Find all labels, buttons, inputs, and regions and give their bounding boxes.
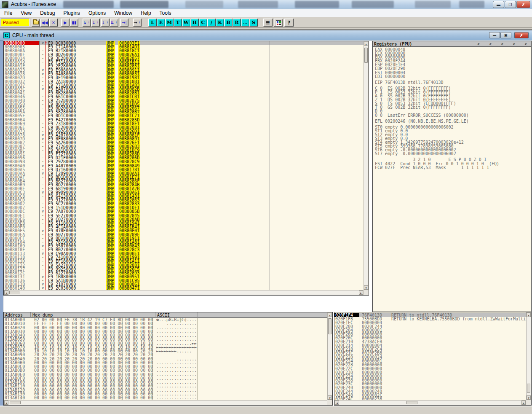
register-block: 3 2 1 0 E S P U O Z D IFST 4022 Cond 1 0… bbox=[375, 158, 499, 169]
register-line[interactable]: ST7 empty -0.0000000000000006002 bbox=[375, 152, 499, 156]
toolbar-letter-button-H[interactable]: H bbox=[190, 19, 199, 27]
appearance-button[interactable] bbox=[274, 19, 283, 27]
scroll-down-icon[interactable]: ▼ bbox=[364, 285, 368, 290]
stack-comment: RETURN to KERNELBA.75500BDD from ntdll.Z… bbox=[390, 317, 526, 321]
stack-address: 020F24C bbox=[334, 397, 359, 400]
dots-decoration: ⋮ bbox=[138, 21, 141, 24]
restart-button[interactable]: ◀◀ bbox=[40, 19, 49, 27]
scroll-thumb[interactable] bbox=[10, 401, 21, 404]
cpu-minimize-button[interactable]: ▬ bbox=[489, 32, 500, 38]
scroll-thumb[interactable] bbox=[328, 318, 331, 334]
scroll-thumb[interactable] bbox=[406, 401, 417, 404]
disasm-jump-marker: - bbox=[37, 102, 44, 106]
trace-into-button[interactable]: ⇓⋮ bbox=[101, 19, 110, 27]
disasm-jump-marker: - bbox=[37, 259, 44, 263]
toolbar-letter-button-M[interactable]: M bbox=[165, 19, 174, 27]
run-button[interactable]: ▶ bbox=[61, 19, 70, 27]
cpu-titlebar[interactable]: C CPU - main thread ▬ ▣ ✗ bbox=[0, 30, 532, 40]
scroll-left-icon[interactable]: ◀ bbox=[4, 401, 8, 405]
menu-item-plugins[interactable]: Plugins bbox=[59, 10, 84, 16]
scroll-left-icon[interactable]: ◀ bbox=[4, 290, 8, 295]
toolbar-letter-button-S[interactable]: S bbox=[249, 19, 258, 27]
disasm-jump-marker: v bbox=[37, 164, 44, 168]
scroll-up-icon[interactable]: ▲ bbox=[328, 313, 332, 317]
menu-item-debug[interactable]: Debug bbox=[36, 10, 59, 16]
register-block: EIP 76F4013D ntdll.76F4013D bbox=[375, 81, 499, 84]
disasm-vscrollbar[interactable]: ▲ ▼ bbox=[364, 41, 369, 290]
cpu-maximize-button[interactable]: ▣ bbox=[500, 32, 511, 38]
scroll-thumb[interactable] bbox=[9, 291, 19, 294]
menu-item-file[interactable]: File bbox=[0, 10, 16, 16]
minimize-button[interactable]: ▬ bbox=[493, 1, 504, 8]
windows-list-button[interactable]: ≡ bbox=[263, 19, 273, 27]
toolbar-letter-button-xxx[interactable]: ... bbox=[241, 19, 249, 27]
register-line[interactable]: EFL 00200246 (NO,NB,E,BE,NS,PE,GE,LE) bbox=[375, 119, 499, 123]
scroll-up-icon[interactable]: ▲ bbox=[527, 313, 531, 317]
toolbar-letter-button-E[interactable]: E bbox=[157, 19, 165, 27]
register-line[interactable]: T 0 GS 002B 32bit 0(FFFFFFFF) bbox=[375, 105, 499, 109]
until-return-button[interactable]: →| bbox=[120, 19, 128, 27]
disasm-jump-marker: v bbox=[37, 41, 44, 45]
cpu-close-button[interactable]: ✗ bbox=[514, 32, 529, 38]
cpu-window: C CPU - main thread ▬ ▣ ✗ 00B80000vE9 DC… bbox=[0, 30, 532, 406]
registers-collapse-chevrons[interactable]: <<<<< bbox=[477, 42, 527, 46]
menu-item-tools[interactable]: Tools bbox=[155, 10, 176, 16]
column-divider[interactable] bbox=[107, 41, 108, 290]
stack-row[interactable]: 020F24C00000238 bbox=[334, 397, 526, 400]
toolbar-letter-button-W[interactable]: W bbox=[182, 19, 190, 27]
menu-item-help[interactable]: Help bbox=[136, 10, 155, 16]
pause-button[interactable]: ▮▮ bbox=[70, 19, 78, 27]
register-line[interactable]: FCW 027F Prec NEAR,53 Mask 1 1 1 1 1 1 bbox=[375, 166, 499, 169]
close-button[interactable]: ✗ bbox=[516, 1, 530, 8]
menu-item-window[interactable]: Window bbox=[110, 10, 136, 16]
column-divider[interactable] bbox=[39, 41, 40, 290]
register-block: C 0 ES 002B 32bit 0(FFFFFFFF)P 1 CS 0023… bbox=[375, 86, 499, 117]
scroll-right-icon[interactable]: ▶ bbox=[521, 401, 526, 405]
resize-grip[interactable] bbox=[526, 400, 531, 405]
collapse-chevron-icon[interactable]: < bbox=[489, 42, 492, 46]
menu-item-options[interactable]: Options bbox=[84, 10, 110, 16]
menu-item-view[interactable]: View bbox=[16, 10, 36, 16]
disassembly-rows: 00B80000vE9 DC030000JMP00B803E100B80005-… bbox=[4, 41, 364, 290]
toolbar-letter-button-K[interactable]: K bbox=[216, 19, 224, 27]
step-into-button[interactable]: ↳⋮ bbox=[83, 19, 91, 27]
collapse-chevron-icon[interactable]: < bbox=[477, 42, 480, 46]
scroll-right-icon[interactable]: ▶ bbox=[359, 290, 363, 295]
open-file-button[interactable] bbox=[32, 19, 40, 27]
stack-hscrollbar[interactable]: ◀ ▶ bbox=[334, 400, 526, 405]
scroll-thumb[interactable] bbox=[527, 384, 530, 393]
register-line[interactable]: O 0 LastErr ERROR_SUCCESS (00000000) bbox=[375, 113, 499, 117]
dump-header-row: Address Hex dump ASCII bbox=[4, 312, 327, 318]
disasm-jump-marker: - bbox=[37, 206, 44, 210]
toolbar-letter-button-B[interactable]: B bbox=[224, 19, 233, 27]
restore-button[interactable]: ❐ bbox=[505, 1, 516, 8]
close-process-button[interactable]: × bbox=[49, 19, 58, 27]
register-line[interactable]: EDI 00000000 bbox=[375, 75, 499, 78]
toolbar-letter-button-T[interactable]: T bbox=[174, 19, 182, 27]
toolbar-letter-button-x[interactable]: / bbox=[207, 19, 216, 27]
disasm-jump-marker: - bbox=[37, 64, 44, 68]
disasm-hscrollbar[interactable]: ◀ ▶ bbox=[4, 290, 364, 295]
collapse-chevron-icon[interactable]: < bbox=[513, 42, 515, 46]
help-button[interactable]: ? bbox=[284, 19, 294, 27]
toolbar-letter-button-L[interactable]: L bbox=[148, 19, 157, 27]
collapse-chevron-icon[interactable]: < bbox=[501, 42, 503, 46]
registers-content[interactable]: EAX 00000048ECX 00000000EDX 00000000EBX … bbox=[375, 48, 499, 172]
dump-vscrollbar[interactable]: ▲ ▼ bbox=[327, 312, 332, 400]
toolbar-letter-button-C[interactable]: C bbox=[199, 19, 207, 27]
step-over-button[interactable]: ↓⋮ bbox=[91, 19, 100, 27]
disasm-jump-marker: - bbox=[37, 221, 44, 225]
scroll-down-icon[interactable]: ▼ bbox=[328, 395, 332, 400]
dump-hscrollbar[interactable]: ◀ bbox=[4, 400, 327, 405]
scroll-left-icon[interactable]: ◀ bbox=[335, 401, 339, 405]
scroll-down-icon[interactable]: ▼ bbox=[527, 395, 531, 400]
scroll-up-icon[interactable]: ▲ bbox=[364, 42, 368, 46]
goto-button[interactable]: →⋮ bbox=[133, 19, 142, 27]
column-divider[interactable] bbox=[270, 41, 270, 290]
toolbar-letter-button-R[interactable]: R bbox=[233, 19, 241, 27]
register-line[interactable]: EIP 76F4013D ntdll.76F4013D bbox=[375, 81, 499, 84]
stack-vscrollbar[interactable]: ▲ ▼ bbox=[526, 312, 531, 400]
trace-over-button[interactable]: ⇊⋮ bbox=[110, 19, 118, 27]
collapse-chevron-icon[interactable]: < bbox=[524, 42, 527, 46]
scroll-thumb[interactable] bbox=[364, 48, 368, 63]
